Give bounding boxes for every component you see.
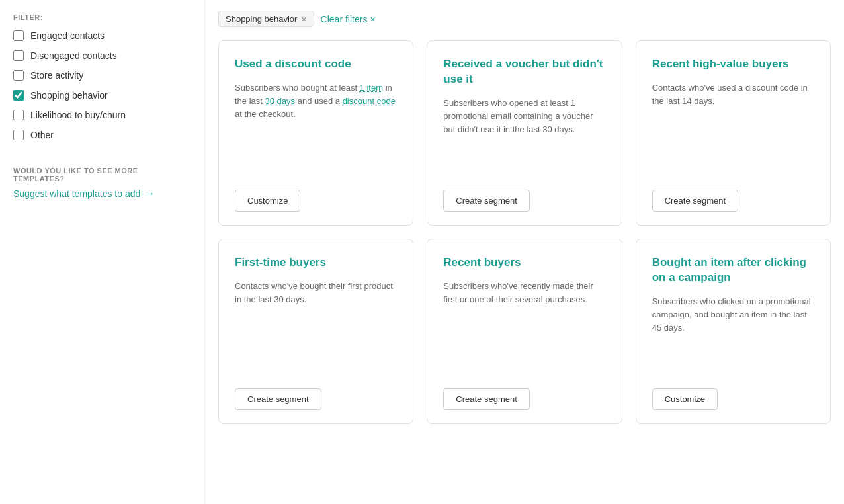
card-discount-code-title: Used a discount code bbox=[235, 57, 397, 72]
create-segment-button-4[interactable]: Create segment bbox=[235, 388, 321, 410]
more-templates-label: WOULD YOU LIKE TO SEE MORE TEMPLATES? bbox=[13, 167, 191, 183]
create-segment-button-5[interactable]: Create segment bbox=[443, 388, 530, 410]
other-label: Other bbox=[30, 130, 54, 140]
shopping-behavior-checkbox[interactable] bbox=[13, 90, 24, 101]
card-first-time-description: Contacts who've bought their first produ… bbox=[235, 280, 397, 372]
highlight-1item: 1 item bbox=[360, 83, 383, 93]
filter-label: FILTER: bbox=[13, 13, 191, 21]
filter-shopping-behavior[interactable]: Shopping behavior bbox=[13, 90, 191, 101]
likelihood-checkbox[interactable] bbox=[13, 110, 24, 120]
card-bought-after-click: Bought an item after clicking on a campa… bbox=[636, 239, 831, 424]
customize-button-6[interactable]: Customize bbox=[652, 388, 718, 410]
card-voucher-title: Received a voucher but didn't use it bbox=[443, 57, 605, 87]
card-recent-buyers-footer: Create segment bbox=[443, 388, 605, 410]
suggest-link[interactable]: Suggest what templates to add → bbox=[13, 188, 191, 200]
card-high-value-description: Contacts who've used a discount code in … bbox=[652, 81, 814, 174]
create-segment-button-2[interactable]: Create segment bbox=[443, 190, 530, 212]
card-recent-buyers-title: Recent buyers bbox=[443, 255, 605, 271]
highlight-30days: 30 days bbox=[265, 96, 296, 106]
page-layout: FILTER: Engaged contacts Disengaged cont… bbox=[0, 0, 844, 504]
card-discount-code-description: Subscribers who bought at least 1 item i… bbox=[235, 81, 397, 174]
sidebar: FILTER: Engaged contacts Disengaged cont… bbox=[0, 0, 205, 504]
store-activity-checkbox[interactable] bbox=[13, 70, 24, 81]
main-content: Shopping behavior × Clear filters × Used… bbox=[205, 0, 844, 504]
filter-disengaged-contacts[interactable]: Disengaged contacts bbox=[13, 50, 191, 61]
active-filter-label: Shopping behavior bbox=[226, 14, 297, 24]
cards-grid: Used a discount code Subscribers who bou… bbox=[218, 40, 831, 424]
card-voucher-footer: Create segment bbox=[443, 190, 605, 212]
card-first-time-buyers: First-time buyers Contacts who've bought… bbox=[218, 239, 413, 424]
disengaged-contacts-label: Disengaged contacts bbox=[30, 50, 117, 61]
active-filter-tag: Shopping behavior × bbox=[218, 11, 314, 27]
engaged-contacts-checkbox[interactable] bbox=[13, 30, 24, 41]
suggest-link-text: Suggest what templates to add bbox=[13, 189, 140, 199]
clear-filters-label: Clear filters bbox=[321, 14, 368, 24]
card-voucher: Received a voucher but didn't use it Sub… bbox=[427, 40, 622, 226]
filter-bar: Shopping behavior × Clear filters × bbox=[218, 11, 831, 27]
card-high-value-buyers: Recent high-value buyers Contacts who've… bbox=[636, 40, 831, 226]
filter-tag-close-icon[interactable]: × bbox=[301, 15, 306, 24]
disengaged-contacts-checkbox[interactable] bbox=[13, 50, 24, 61]
engaged-contacts-label: Engaged contacts bbox=[30, 30, 105, 41]
clear-filters-close-icon: × bbox=[370, 14, 375, 24]
card-bought-after-click-footer: Customize bbox=[652, 388, 814, 410]
arrow-right-icon: → bbox=[144, 188, 155, 200]
card-first-time-title: First-time buyers bbox=[235, 255, 397, 271]
store-activity-label: Store activity bbox=[30, 70, 83, 81]
card-high-value-footer: Create segment bbox=[652, 190, 814, 212]
filter-likelihood[interactable]: Likelihood to buy/churn bbox=[13, 110, 191, 120]
shopping-behavior-label: Shopping behavior bbox=[30, 90, 108, 101]
card-discount-code-footer: Customize bbox=[235, 190, 397, 212]
highlight-discount-code: discount code bbox=[343, 96, 396, 106]
customize-button-1[interactable]: Customize bbox=[235, 190, 300, 212]
likelihood-label: Likelihood to buy/churn bbox=[30, 110, 126, 120]
filter-engaged-contacts[interactable]: Engaged contacts bbox=[13, 30, 191, 41]
card-bought-after-click-description: Subscribers who clicked on a promotional… bbox=[652, 295, 814, 372]
card-bought-after-click-title: Bought an item after clicking on a campa… bbox=[652, 255, 814, 286]
filter-store-activity[interactable]: Store activity bbox=[13, 70, 191, 81]
filter-other[interactable]: Other bbox=[13, 130, 191, 140]
card-discount-code: Used a discount code Subscribers who bou… bbox=[218, 40, 413, 226]
other-checkbox[interactable] bbox=[13, 130, 24, 140]
create-segment-button-3[interactable]: Create segment bbox=[652, 190, 739, 212]
card-recent-buyers: Recent buyers Subscribers who've recentl… bbox=[427, 239, 622, 424]
card-voucher-description: Subscribers who opened at least 1 promot… bbox=[443, 97, 605, 174]
clear-filters-button[interactable]: Clear filters × bbox=[321, 14, 376, 24]
card-recent-buyers-description: Subscribers who've recently made their f… bbox=[443, 280, 605, 372]
card-high-value-title: Recent high-value buyers bbox=[652, 57, 814, 72]
more-templates-section: WOULD YOU LIKE TO SEE MORE TEMPLATES? Su… bbox=[13, 167, 191, 200]
card-first-time-footer: Create segment bbox=[235, 388, 397, 410]
